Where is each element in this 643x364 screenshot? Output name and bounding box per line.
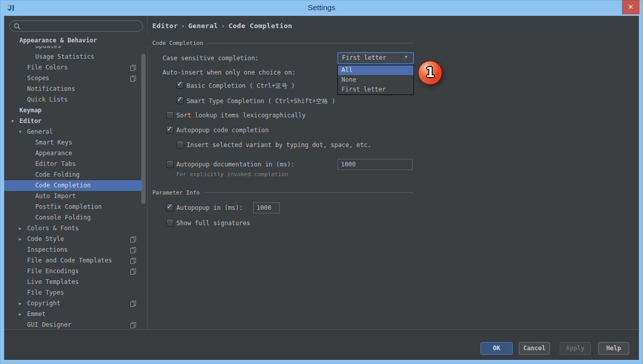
sidebar-item-label: Code Folding: [35, 169, 80, 180]
sidebar-item-live-templates[interactable]: Live Templates: [4, 277, 148, 287]
insert-selected-variant-checkbox[interactable]: [176, 141, 184, 149]
sidebar-item-editor-tabs[interactable]: Editor Tabs: [4, 159, 148, 169]
param-autopopup-label: Autopopup in (ms):: [176, 204, 243, 211]
sidebar-item-label: Notifications: [27, 84, 75, 94]
case-sensitive-combobox[interactable]: First letter ▼: [337, 52, 414, 64]
sort-lookup-checkbox[interactable]: [166, 111, 174, 119]
tree-toggle-arrow-icon[interactable]: ▼: [11, 116, 14, 127]
dialog-footer: OK Cancel Apply Help: [4, 329, 639, 360]
dropdown-option[interactable]: None: [338, 75, 414, 85]
basic-completion-label: Basic Completion ( Ctrl+逗号 ): [187, 82, 295, 90]
apply-button: Apply: [560, 342, 591, 355]
dropdown-option[interactable]: All: [338, 65, 414, 75]
sidebar-item-postfix-completion[interactable]: Postfix Completion: [4, 202, 148, 212]
sidebar-item-label: Editor Tabs: [35, 159, 76, 169]
sidebar-item-code-folding[interactable]: Code Folding: [4, 169, 148, 180]
combobox-arrow-button[interactable]: ▼: [401, 53, 413, 63]
sidebar-item-label: Colors & Fonts: [27, 223, 79, 234]
titlebar[interactable]: Settings ✕: [0, 0, 643, 16]
dropdown-option[interactable]: First letter: [338, 85, 414, 94]
sidebar-item-label: Copyright: [27, 298, 60, 309]
sidebar-item-keymap[interactable]: Keymap: [4, 105, 148, 116]
ok-button[interactable]: OK: [480, 342, 513, 355]
check-icon: ✓: [167, 202, 172, 211]
breadcrumb-separator: ›: [178, 22, 188, 30]
sidebar-item-label: File Colors: [27, 62, 67, 73]
sidebar-item-copyright[interactable]: ▶ Copyright: [4, 298, 148, 309]
autopopup-doc-label: Autopopup documentation in (ms):: [176, 161, 294, 168]
tree-toggle-arrow-icon[interactable]: ▶: [19, 234, 21, 245]
breadcrumb-separator: ›: [218, 22, 228, 30]
sidebar-item-notifications[interactable]: Notifications: [4, 84, 148, 94]
cancel-button[interactable]: Cancel: [519, 342, 550, 355]
breadcrumb-part: Code Completion: [228, 22, 292, 30]
group-separator-line: [204, 192, 414, 193]
case-sensitive-label: Case sensitive completion:: [163, 55, 259, 62]
sidebar-item-label: Usage Statistics: [35, 52, 95, 62]
smart-type-completion-checkbox[interactable]: ✓: [176, 96, 184, 104]
sidebar-item-appearance-behavior[interactable]: Appearance & Behavior: [4, 35, 148, 46]
sidebar-item-code-style[interactable]: ▶ Code Style: [4, 234, 148, 245]
check-icon: ✓: [177, 94, 182, 104]
search-box[interactable]: [9, 20, 143, 32]
sidebar-item-label: Appearance: [35, 148, 72, 159]
sidebar-item-appearance[interactable]: Appearance: [4, 148, 148, 159]
search-input[interactable]: [23, 21, 140, 31]
sidebar-item-quick-lists[interactable]: Quick Lists: [4, 94, 148, 105]
basic-completion-checkbox[interactable]: ✓: [176, 81, 184, 89]
sidebar-item-label: Code Style: [27, 234, 64, 245]
check-icon: ✓: [167, 124, 172, 133]
sidebar-item-file-colors[interactable]: File Colors: [4, 62, 148, 73]
sidebar-item-label: Live Templates: [27, 277, 79, 287]
settings-sidebar: Appearance & Behavior Updates Usage Stat…: [4, 16, 148, 329]
tree-toggle-arrow-icon[interactable]: ▶: [19, 309, 21, 320]
sidebar-item-label: GUI Designer: [27, 320, 72, 330]
sidebar-item-file-types[interactable]: File Types: [4, 287, 148, 298]
autopopup-doc-ms-field[interactable]: [337, 159, 412, 170]
autopopup-code-label: Autopopup code completion: [176, 127, 269, 134]
breadcrumb-part: Editor: [152, 22, 178, 30]
autopopup-doc-checkbox[interactable]: [166, 160, 174, 168]
sidebar-item-console-folding[interactable]: Console Folding: [4, 212, 148, 223]
combobox-value: First letter: [342, 54, 386, 61]
param-autopopup-ms-field[interactable]: [253, 202, 280, 213]
settings-dialog: Appearance & Behavior Updates Usage Stat…: [4, 16, 639, 360]
sidebar-item-gui-designer[interactable]: GUI Designer: [4, 320, 148, 330]
sidebar-item-emmet[interactable]: ▶ Emmet: [4, 309, 148, 320]
tree-toggle-arrow-icon[interactable]: ▶: [19, 223, 21, 234]
sidebar-item-label: Console Folding: [35, 212, 90, 223]
sidebar-item-label: Quick Lists: [27, 94, 67, 105]
close-button[interactable]: ✕: [622, 0, 639, 14]
sidebar-item-label: Inspections: [27, 245, 67, 255]
sidebar-item-auto-import[interactable]: Auto Import: [4, 191, 148, 202]
param-autopopup-checkbox[interactable]: ✓: [166, 204, 174, 211]
annotation-badge-1: 1: [418, 61, 442, 85]
sidebar-item-smart-keys[interactable]: Smart Keys: [4, 137, 148, 148]
sidebar-item-label: File Encodings: [27, 266, 79, 277]
sort-lookup-label: Sort lookup items lexicographically: [176, 112, 306, 119]
sidebar-item-editor[interactable]: ▼ Editor: [4, 116, 148, 127]
show-full-signatures-checkbox[interactable]: [166, 219, 174, 227]
autopopup-code-checkbox[interactable]: ✓: [166, 126, 174, 134]
group-separator-line: [207, 43, 414, 43]
sidebar-item-label: Editor: [19, 116, 41, 127]
sidebar-item-scopes[interactable]: Scopes: [4, 73, 148, 84]
help-button[interactable]: Help: [598, 342, 629, 355]
sidebar-item-usage-statistics[interactable]: Usage Statistics: [4, 52, 148, 62]
tree-toggle-arrow-icon[interactable]: ▼: [19, 127, 21, 137]
sidebar-item-inspections[interactable]: Inspections: [4, 245, 148, 255]
auto-insert-label: Auto-insert when only one choice on:: [163, 69, 295, 76]
sidebar-item-label: General: [27, 127, 53, 137]
sidebar-item-file-encodings[interactable]: File Encodings: [4, 266, 148, 277]
breadcrumb-part: General: [188, 22, 218, 30]
sidebar-item-label: Code Completion: [35, 180, 90, 191]
tree-toggle-arrow-icon[interactable]: ▶: [19, 298, 21, 309]
sidebar-item-file-and-code-templates[interactable]: File and Code Templates: [4, 255, 148, 266]
sidebar-item-code-completion[interactable]: Code Completion: [4, 180, 148, 191]
sidebar-item-colors-fonts[interactable]: ▶ Colors & Fonts: [4, 223, 148, 234]
sidebar-item-label: Auto Import: [35, 191, 76, 202]
window-title: Settings: [0, 3, 643, 12]
code-completion-group-header: Code Completion: [152, 40, 414, 46]
sidebar-item-general[interactable]: ▼ General: [4, 127, 148, 137]
group-title: Parameter Info: [152, 189, 200, 196]
